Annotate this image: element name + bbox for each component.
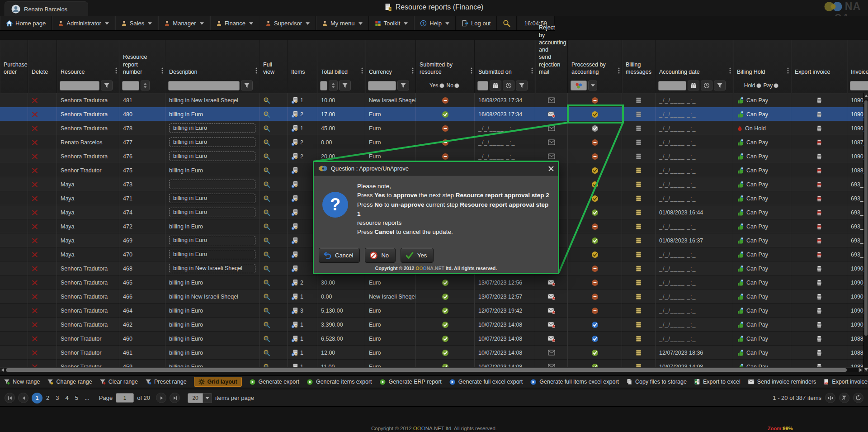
clear-filter-button[interactable] xyxy=(839,393,849,403)
export-invoice-icon[interactable] xyxy=(816,266,822,272)
export-invoice-icon[interactable] xyxy=(816,322,822,328)
processed-status-icon-yellow[interactable] xyxy=(591,111,599,118)
description-input[interactable]: billing in Euro xyxy=(169,152,255,161)
billing-messages-icon[interactable] xyxy=(635,321,642,328)
rejection-mail-icon[interactable] xyxy=(548,139,555,145)
processed-status-icon-minus[interactable] xyxy=(591,97,599,104)
export-invoice-icon[interactable] xyxy=(816,237,822,244)
table-row[interactable]: Senhora Tradutora465billing in Euro0230.… xyxy=(0,275,863,290)
vertical-scrollbar[interactable] xyxy=(863,93,868,372)
filter-radio-bhold[interactable]: HoldPay xyxy=(744,82,781,89)
table-row[interactable]: Senhora Tradutora480billing in Euro0217.… xyxy=(0,107,863,121)
filter-input-resource[interactable] xyxy=(60,81,99,90)
last-page-button[interactable] xyxy=(170,393,180,403)
can-pay-icon[interactable]: 0 xyxy=(737,335,744,342)
vscroll-thumb[interactable] xyxy=(864,100,868,336)
delete-icon[interactable] xyxy=(32,266,38,272)
calendar-icon[interactable] xyxy=(490,81,501,90)
column-menu-icon[interactable] xyxy=(115,67,117,74)
delete-icon[interactable] xyxy=(32,125,38,132)
clock-icon[interactable] xyxy=(701,81,712,90)
menu-item-sales[interactable]: Sales xyxy=(115,16,159,30)
delete-icon[interactable] xyxy=(32,223,38,230)
processed-status-icon-green[interactable] xyxy=(591,237,599,244)
rejection-mail-alert-icon[interactable] xyxy=(547,308,555,314)
rejection-mail-icon[interactable] xyxy=(548,153,555,159)
scroll-right-icon[interactable] xyxy=(858,368,863,372)
full-view-icon[interactable] xyxy=(263,111,270,118)
page-number[interactable]: 3 xyxy=(53,394,61,401)
full-view-icon[interactable] xyxy=(263,167,270,174)
column-header-reject[interactable]: Reject by accounting and send rejection … xyxy=(535,40,568,94)
full-view-icon[interactable] xyxy=(263,195,270,202)
refresh-button[interactable] xyxy=(853,393,863,403)
processed-status-icon-gray[interactable] xyxy=(591,125,599,132)
column-menu-icon[interactable] xyxy=(729,67,731,74)
processed-status-icon-minus[interactable] xyxy=(591,223,599,230)
can-pay-icon[interactable]: 0 xyxy=(737,349,744,356)
delete-icon[interactable] xyxy=(32,280,38,286)
filter-input-adate[interactable] xyxy=(658,81,686,90)
column-header-exp[interactable]: Export invoice xyxy=(791,40,847,94)
chevron-down-icon[interactable] xyxy=(203,393,212,403)
billing-messages-icon[interactable] xyxy=(635,209,642,216)
filter-radio-sub[interactable]: YesNo xyxy=(429,82,462,89)
billing-messages-icon[interactable] xyxy=(635,167,642,174)
filter-funnel-button-total[interactable] xyxy=(339,81,351,90)
processed-status-icon-blue[interactable] xyxy=(591,321,599,328)
delete-icon[interactable] xyxy=(32,167,38,174)
full-view-icon[interactable] xyxy=(263,181,270,188)
table-row[interactable]: Renato Barcelos477billing in Euro020.00E… xyxy=(0,135,863,149)
rejection-mail-icon[interactable] xyxy=(548,97,555,103)
delete-icon[interactable] xyxy=(32,364,38,368)
rejection-mail-icon[interactable] xyxy=(548,350,555,356)
hscroll-thumb[interactable] xyxy=(6,368,847,372)
toolbar-export-invoices[interactable]: PDF Export invoices xyxy=(823,379,868,385)
can-pay-icon[interactable]: 0 xyxy=(737,209,744,216)
billing-messages-icon[interactable] xyxy=(635,195,642,202)
description-input[interactable] xyxy=(169,180,255,189)
export-invoice-icon[interactable] xyxy=(816,111,822,118)
rejection-mail-alert-icon[interactable] xyxy=(547,280,555,286)
export-invoice-icon[interactable] xyxy=(816,336,822,342)
filter-input-desc[interactable] xyxy=(168,81,240,90)
billing-messages-icon[interactable] xyxy=(635,153,642,160)
processed-status-icon-minus[interactable] xyxy=(591,307,599,314)
can-pay-icon[interactable]: 0 xyxy=(737,237,744,244)
can-pay-icon[interactable]: 0 xyxy=(737,363,744,368)
can-pay-icon[interactable]: 0 xyxy=(737,265,744,272)
rejection-mail-alert-icon[interactable] xyxy=(547,111,555,118)
page-number-current[interactable]: 1 xyxy=(32,393,42,404)
billing-messages-icon[interactable] xyxy=(635,125,642,132)
billing-messages-icon[interactable] xyxy=(635,223,642,230)
column-header-full[interactable]: Full view xyxy=(259,40,288,94)
toolbar-send-invoice-reminders[interactable]: Send invoice reminders xyxy=(748,379,816,385)
table-row[interactable]: Senhora Tradutora462billing in Euro013,3… xyxy=(0,318,863,332)
chevron-down-icon[interactable] xyxy=(588,81,597,90)
export-invoice-icon[interactable] xyxy=(816,139,822,146)
column-menu-icon[interactable] xyxy=(618,67,620,74)
full-view-icon[interactable] xyxy=(263,335,270,342)
export-invoice-icon[interactable] xyxy=(816,223,822,230)
toolbar-copy-files-to-storage[interactable]: Copy files to storage xyxy=(626,379,687,385)
delete-icon[interactable] xyxy=(32,336,38,342)
delete-icon[interactable] xyxy=(32,252,38,258)
export-invoice-icon[interactable] xyxy=(816,125,822,132)
full-view-icon[interactable] xyxy=(263,139,270,146)
toolbar-preset-range[interactable]: Preset range xyxy=(145,379,187,385)
page-number[interactable]: 2 xyxy=(43,394,52,401)
description-input[interactable]: billing in Euro xyxy=(169,123,255,133)
toolbar-grid-layout[interactable]: Grid layout xyxy=(194,377,242,387)
menu-item-help[interactable]: ? Help xyxy=(414,16,456,30)
column-header-sub[interactable]: Submitted by resource YesNo xyxy=(416,40,475,94)
description-input[interactable]: billing in Euro xyxy=(169,194,255,203)
delete-icon[interactable] xyxy=(32,322,38,328)
can-pay-icon[interactable]: 0 xyxy=(737,293,744,300)
no-button[interactable]: No xyxy=(365,248,396,263)
can-pay-icon[interactable]: 0 xyxy=(737,251,744,258)
description-input[interactable]: billing in Euro xyxy=(169,250,255,259)
billing-messages-icon[interactable] xyxy=(635,363,642,367)
processed-status-icon-yellow[interactable] xyxy=(591,195,599,202)
column-menu-icon[interactable] xyxy=(361,67,363,74)
billing-messages-icon[interactable] xyxy=(635,349,642,356)
